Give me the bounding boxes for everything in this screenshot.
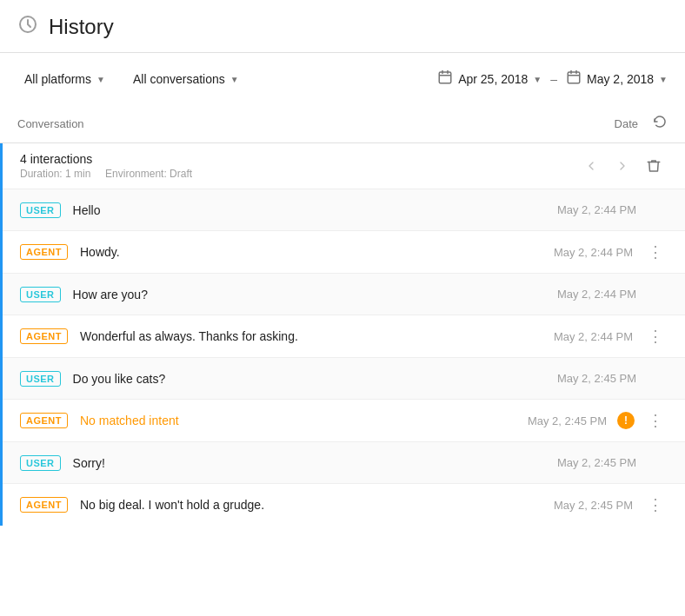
group-header: 4 interactions Duration: 1 min Environme… <box>3 143 685 189</box>
more-button[interactable]: ⋮ <box>643 408 668 433</box>
calendar-from-icon <box>437 70 453 89</box>
role-badge-user: USER <box>20 202 61 218</box>
message-row: AGENT No big deal. I won't hold a grudge… <box>3 484 685 526</box>
message-actions: ⋮ <box>643 493 668 517</box>
message-date: May 2, 2:44 PM <box>557 288 636 301</box>
group-meta: Duration: 1 min Environment: Draft <box>20 168 577 180</box>
role-badge-agent: AGENT <box>20 497 68 513</box>
message-date: May 2, 2:45 PM <box>528 414 607 427</box>
conversation-group: 4 interactions Duration: 1 min Environme… <box>0 143 685 526</box>
more-button[interactable]: ⋮ <box>643 240 668 264</box>
date-to-picker[interactable]: May 2, 2018 ▼ <box>566 70 668 89</box>
date-separator: – <box>550 72 557 86</box>
message-row: USER How are you? May 2, 2:44 PM <box>3 274 685 315</box>
next-button[interactable] <box>609 152 636 180</box>
platform-dropdown-arrow: ▼ <box>96 75 105 84</box>
message-text: No big deal. I won't hold a grudge. <box>80 498 554 512</box>
message-row: AGENT No matched intent May 2, 2:45 PM !… <box>3 400 685 442</box>
prev-button[interactable] <box>577 152 605 180</box>
message-text: Wonderful as always. Thanks for asking. <box>80 329 554 343</box>
role-badge-user: USER <box>20 455 61 471</box>
page-title: History <box>49 15 114 39</box>
message-date: May 2, 2:44 PM <box>557 203 636 216</box>
message-date: May 2, 2:45 PM <box>557 372 636 385</box>
role-badge-user: USER <box>20 371 61 387</box>
history-icon <box>17 14 38 40</box>
conversation-label: All conversations <box>133 72 225 86</box>
group-meta-sep <box>94 168 103 180</box>
date-from-picker[interactable]: Apr 25, 2018 ▼ <box>437 70 542 89</box>
col-conversation-header: Conversation <box>17 117 615 130</box>
message-text: No matched intent <box>80 414 528 427</box>
svg-rect-5 <box>568 72 580 83</box>
message-text: Hello <box>73 203 557 217</box>
warning-icon: ! <box>617 412 635 429</box>
date-from-value: Apr 25, 2018 <box>458 72 528 86</box>
platform-filter[interactable]: All platforms ▼ <box>17 67 112 91</box>
messages-list: USER Hello May 2, 2:44 PM AGENT Howdy. M… <box>3 189 685 526</box>
role-badge-agent: AGENT <box>20 328 68 344</box>
date-range: Apr 25, 2018 ▼ – May 2, 2018 ▼ <box>437 70 668 89</box>
filters-row: All platforms ▼ All conversations ▼ Apr … <box>0 53 685 105</box>
message-row: AGENT Wonderful as always. Thanks for as… <box>3 315 685 358</box>
group-title: 4 interactions <box>20 152 577 166</box>
role-badge-user: USER <box>20 287 61 302</box>
message-actions: ⋮ <box>643 240 668 264</box>
group-actions <box>577 152 668 180</box>
more-button[interactable]: ⋮ <box>643 324 668 348</box>
col-date-header: Date <box>615 117 638 130</box>
date-to-value: May 2, 2018 <box>587 72 654 86</box>
message-row: USER Hello May 2, 2:44 PM <box>3 189 685 231</box>
group-duration: Duration: 1 min <box>20 168 90 180</box>
message-row: USER Sorry! May 2, 2:45 PM <box>3 442 685 484</box>
group-environment: Environment: Draft <box>105 168 192 180</box>
message-date: May 2, 2:44 PM <box>554 330 633 343</box>
message-date: May 2, 2:45 PM <box>554 499 633 512</box>
message-text: Do you like cats? <box>73 372 557 386</box>
group-info: 4 interactions Duration: 1 min Environme… <box>20 152 577 180</box>
message-date: May 2, 2:44 PM <box>554 246 633 259</box>
message-text: Sorry! <box>73 456 557 470</box>
platform-label: All platforms <box>24 72 91 86</box>
role-badge-agent: AGENT <box>20 413 68 428</box>
message-date: May 2, 2:45 PM <box>557 456 636 469</box>
table-header: Conversation Date <box>0 105 685 143</box>
date-from-arrow: ▼ <box>533 75 542 84</box>
delete-button[interactable] <box>640 152 668 180</box>
message-text: How are you? <box>73 288 557 301</box>
role-badge-agent: AGENT <box>20 244 68 260</box>
conversation-dropdown-arrow: ▼ <box>230 75 239 84</box>
message-actions: !⋮ <box>617 408 668 433</box>
refresh-button[interactable] <box>652 114 668 134</box>
message-actions: ⋮ <box>643 324 668 348</box>
message-row: USER Do you like cats? May 2, 2:45 PM <box>3 358 685 400</box>
conversation-filter[interactable]: All conversations ▼ <box>126 67 246 91</box>
calendar-to-icon <box>566 70 582 89</box>
message-row: AGENT Howdy. May 2, 2:44 PM ⋮ <box>3 231 685 274</box>
svg-rect-1 <box>439 72 451 83</box>
page-header: History <box>0 0 685 53</box>
message-text: Howdy. <box>80 245 554 259</box>
date-to-arrow: ▼ <box>659 75 668 84</box>
more-button[interactable]: ⋮ <box>643 493 668 517</box>
